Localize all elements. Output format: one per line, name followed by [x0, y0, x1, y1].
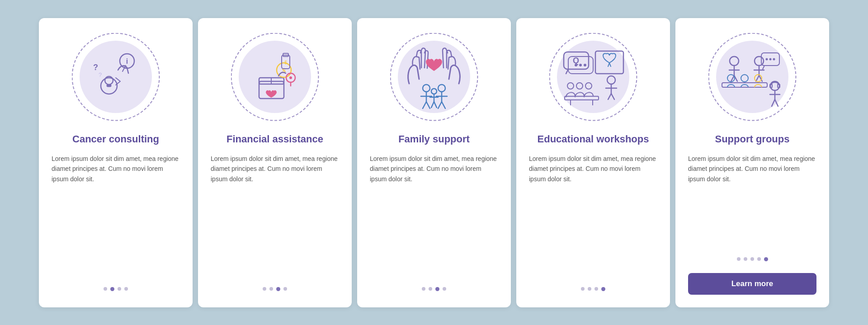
svg-point-35 — [755, 57, 764, 66]
svg-text:$: $ — [284, 60, 287, 65]
icon-area-family — [389, 32, 479, 122]
card-text-family: Lorem ipsum dolor sit dim amet, mea regi… — [370, 154, 498, 277]
dot-active — [276, 287, 280, 291]
card-title-cancer: Cancer consulting — [72, 133, 159, 146]
svg-point-17 — [423, 85, 430, 92]
card-title-financial: Financial assistance — [226, 133, 323, 146]
svg-rect-2 — [107, 85, 111, 87]
family-support-icon — [396, 43, 472, 111]
svg-point-29 — [576, 83, 583, 89]
dot — [744, 257, 747, 261]
dot — [263, 287, 266, 291]
dot — [283, 287, 287, 291]
dots-educational — [581, 287, 605, 291]
svg-point-39 — [773, 58, 775, 60]
svg-point-18 — [431, 89, 437, 94]
dot — [104, 287, 107, 291]
svg-text:i: i — [126, 57, 128, 65]
dot — [750, 257, 754, 261]
card-text-financial: Lorem ipsum dolor sit dim amet, mea regi… — [211, 154, 339, 277]
dot — [594, 287, 598, 291]
dot-active — [435, 287, 439, 291]
card-text-support: Lorem ipsum dolor sit dim amet, mea regi… — [688, 154, 816, 247]
svg-point-24 — [579, 64, 582, 66]
dot — [443, 287, 446, 291]
svg-point-27 — [607, 76, 615, 84]
svg-point-28 — [567, 83, 574, 89]
svg-point-13 — [289, 76, 292, 79]
dot-active — [601, 287, 605, 291]
financial-assistance-icon: $ $ — [239, 45, 311, 108]
cancer-consulting-icon: i ? ? — [80, 45, 152, 108]
card-family-support: Family support Lorem ipsum dolor sit dim… — [357, 18, 511, 307]
card-title-support: Support groups — [715, 133, 790, 146]
svg-text:?: ? — [99, 71, 102, 78]
dot — [269, 287, 273, 291]
dots-support — [737, 257, 768, 261]
svg-point-23 — [575, 64, 577, 66]
icon-area-support — [707, 32, 797, 122]
icon-area-cancer: i ? ? — [71, 32, 161, 122]
svg-point-34 — [730, 57, 739, 66]
svg-point-37 — [766, 58, 768, 60]
dot-active — [110, 287, 114, 291]
svg-point-19 — [438, 85, 445, 92]
learn-more-button[interactable]: Learn more — [688, 273, 816, 295]
card-support-groups: Support groups Lorem ipsum dolor sit dim… — [675, 18, 829, 307]
svg-rect-31 — [565, 96, 599, 100]
dot — [118, 287, 121, 291]
card-title-educational: Educational workshops — [538, 133, 649, 146]
dot-active — [764, 257, 768, 261]
card-text-educational: Lorem ipsum dolor sit dim amet, mea regi… — [529, 154, 657, 277]
card-text-cancer: Lorem ipsum dolor sit dim amet, mea regi… — [52, 154, 180, 277]
educational-workshops-icon: Q — [555, 43, 632, 111]
cards-container: i ? ? Cancer consulting Lorem ipsum dolo… — [21, 5, 847, 321]
dot — [124, 287, 128, 291]
card-financial-assistance: $ $ Financial assistance Lorem ipsum dol… — [198, 18, 352, 307]
svg-point-25 — [584, 64, 586, 66]
card-cancer-consulting: i ? ? Cancer consulting Lorem ipsum dolo… — [39, 18, 193, 307]
dot — [429, 287, 432, 291]
card-educational-workshops: Q — [516, 18, 670, 307]
dot — [588, 287, 591, 291]
svg-point-38 — [769, 58, 772, 60]
dot — [737, 257, 741, 261]
card-title-family: Family support — [398, 133, 470, 146]
dots-cancer — [104, 287, 128, 291]
dots-financial — [263, 287, 287, 291]
icon-area-educational: Q — [548, 32, 638, 122]
svg-text:?: ? — [93, 63, 98, 72]
dot — [757, 257, 761, 261]
support-groups-icon — [714, 43, 791, 111]
dot — [581, 287, 585, 291]
svg-point-30 — [585, 83, 592, 89]
icon-area-financial: $ $ — [230, 32, 320, 122]
svg-point-45 — [741, 75, 748, 82]
dot — [422, 287, 425, 291]
dots-family — [422, 287, 446, 291]
